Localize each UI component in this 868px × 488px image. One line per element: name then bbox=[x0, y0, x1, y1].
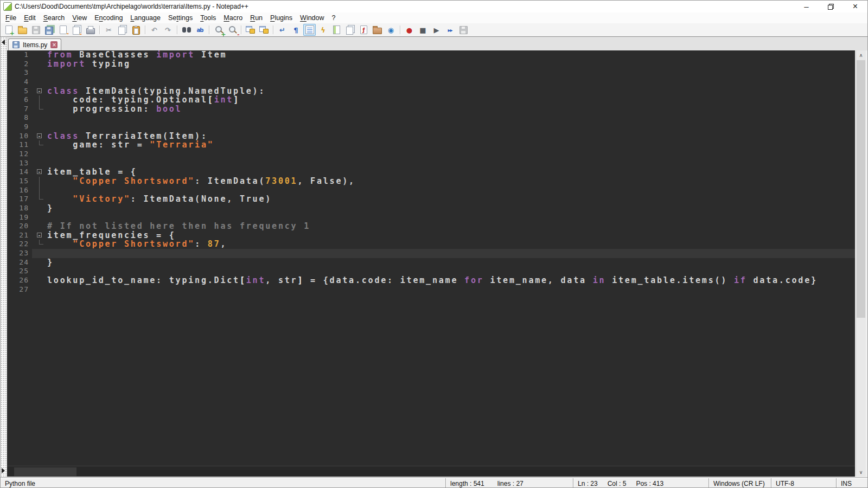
function-list-icon[interactable]: ϟ bbox=[317, 24, 329, 36]
status-line-value: Ln : 23 bbox=[578, 480, 598, 487]
indent-guide-icon[interactable] bbox=[303, 24, 316, 36]
restore-button[interactable] bbox=[819, 1, 843, 12]
close-icon[interactable]: - bbox=[57, 24, 69, 36]
save-all-icon[interactable] bbox=[43, 24, 56, 36]
fold-collapse-icon[interactable]: - bbox=[37, 88, 42, 93]
line-number: 10 bbox=[7, 132, 32, 141]
menu-file[interactable]: File bbox=[2, 13, 20, 23]
menu-tools[interactable]: Tools bbox=[196, 13, 220, 23]
line-number: 22 bbox=[7, 240, 32, 249]
fold-margin bbox=[32, 222, 47, 231]
menu-language[interactable]: Language bbox=[126, 13, 164, 23]
sync-vertical-scroll-icon[interactable] bbox=[244, 24, 257, 36]
code-lines: 1from BaseClasses import Item2import typ… bbox=[7, 50, 855, 294]
code-segment: 87 bbox=[208, 239, 221, 249]
menu-window[interactable]: Window bbox=[296, 13, 328, 23]
menu-settings[interactable]: Settings bbox=[164, 13, 196, 23]
redo-icon[interactable]: ↷ bbox=[162, 24, 174, 36]
project-folder-icon[interactable] bbox=[371, 24, 384, 36]
fold-collapse-icon[interactable]: - bbox=[37, 133, 42, 138]
collapse-left-icon[interactable] bbox=[2, 40, 5, 45]
code-segment: item_frequencies = { bbox=[47, 230, 176, 240]
menu-macro[interactable]: Macro bbox=[220, 13, 246, 23]
record-macro-icon[interactable]: ● bbox=[403, 24, 416, 36]
status-eol-format[interactable]: Windows (CR LF) bbox=[709, 478, 771, 488]
status-insert-mode[interactable]: INS bbox=[836, 478, 867, 488]
fold-collapse-icon[interactable]: - bbox=[37, 169, 42, 174]
left-gripper[interactable] bbox=[1, 36, 7, 477]
open-file-icon[interactable] bbox=[16, 24, 29, 36]
play-macro-icon[interactable]: ▶ bbox=[430, 24, 443, 36]
show-all-chars-icon[interactable]: ¶ bbox=[290, 24, 302, 36]
print-icon[interactable] bbox=[84, 24, 97, 36]
fold-guide-end bbox=[39, 140, 43, 145]
menu-run[interactable]: Run bbox=[246, 13, 266, 23]
close-all-icon[interactable]: - bbox=[71, 24, 83, 36]
monitoring-icon[interactable]: ◉ bbox=[385, 24, 397, 36]
project-folder-icon-glyph bbox=[373, 28, 382, 34]
close-button[interactable]: × bbox=[843, 1, 867, 12]
zoom-out-icon[interactable]: - bbox=[226, 24, 238, 36]
line-number: 13 bbox=[7, 159, 32, 168]
tab-items-py[interactable]: Items.py × bbox=[8, 38, 61, 50]
close-icon-glyph: - bbox=[60, 25, 67, 34]
menu-help[interactable]: ? bbox=[328, 13, 340, 23]
close-icon: × bbox=[853, 2, 858, 11]
minimize-button[interactable]: – bbox=[794, 1, 819, 12]
save-macro-icon[interactable] bbox=[457, 24, 470, 36]
status-encoding[interactable]: UTF-8 bbox=[771, 478, 836, 488]
code-line-11: 11 game: str = "Terraria" bbox=[7, 140, 855, 150]
code-line-8: 8 bbox=[7, 113, 855, 123]
replace-icon[interactable]: ab bbox=[194, 24, 206, 36]
editor[interactable]: 1from BaseClasses import Item2import typ… bbox=[7, 50, 855, 466]
stop-recording-icon[interactable]: ■ bbox=[417, 24, 429, 36]
horizontal-scrollbar-thumb[interactable] bbox=[14, 467, 76, 476]
fold-margin bbox=[32, 258, 47, 267]
document-map-icon[interactable] bbox=[330, 24, 343, 36]
menu-edit[interactable]: Edit bbox=[20, 13, 40, 23]
save-icon[interactable] bbox=[30, 24, 42, 36]
word-wrap-icon[interactable]: ↵ bbox=[276, 24, 289, 36]
horizontal-scrollbar[interactable] bbox=[7, 466, 855, 477]
run-macro-multiple-icon[interactable]: ▸▸ bbox=[444, 24, 456, 36]
code-segment: [ bbox=[240, 275, 246, 285]
find-icon[interactable] bbox=[180, 24, 193, 36]
line-number: 14 bbox=[7, 168, 32, 177]
code-line-23: 23 bbox=[7, 249, 855, 258]
status-caret-position[interactable]: Ln : 23Col : 5Pos : 413 bbox=[573, 478, 709, 488]
vertical-scrollbar[interactable]: ∧ ∨ bbox=[856, 50, 866, 477]
line-number: 19 bbox=[7, 213, 32, 222]
code-line-15: 15 "Copper Shortsword": ItemData(73001, … bbox=[7, 177, 855, 186]
code-segment: class bbox=[47, 131, 79, 141]
menu-view[interactable]: View bbox=[68, 13, 91, 23]
collapse-right-icon[interactable] bbox=[2, 468, 5, 473]
menu-plugins[interactable]: Plugins bbox=[266, 13, 296, 23]
vertical-scrollbar-thumb[interactable] bbox=[857, 60, 865, 318]
fold-margin bbox=[32, 276, 47, 285]
folder-as-workspace-icon[interactable]: ƒ bbox=[358, 24, 370, 36]
show-all-chars-icon-glyph: ¶ bbox=[291, 25, 301, 35]
code-segment: } bbox=[47, 258, 54, 267]
close-all-icon-glyph: - bbox=[73, 27, 80, 35]
code-segment: bool bbox=[156, 104, 182, 114]
scroll-down-button[interactable]: ∨ bbox=[856, 467, 866, 477]
fold-margin: - bbox=[32, 132, 47, 141]
undo-icon[interactable]: ↶ bbox=[148, 24, 161, 36]
code-segment: ItemData(typing.NamedTuple): bbox=[79, 86, 265, 96]
fold-collapse-icon[interactable]: - bbox=[37, 233, 42, 237]
cut-icon[interactable]: ✂ bbox=[103, 24, 115, 36]
code-line-12: 12 bbox=[7, 150, 855, 159]
scroll-up-button[interactable]: ∧ bbox=[856, 50, 866, 60]
tab-close-icon[interactable]: × bbox=[50, 41, 58, 48]
code-segment: , bbox=[220, 239, 227, 249]
document-list-icon-glyph bbox=[346, 27, 353, 35]
sync-horizontal-scroll-icon[interactable] bbox=[258, 24, 270, 36]
new-file-icon[interactable]: + bbox=[3, 24, 15, 36]
copy-icon[interactable] bbox=[116, 24, 129, 36]
code-line-25: 25 bbox=[7, 267, 855, 276]
zoom-in-icon[interactable]: + bbox=[212, 24, 225, 36]
paste-icon[interactable] bbox=[130, 24, 142, 36]
menu-encoding[interactable]: Encoding bbox=[91, 13, 126, 23]
menu-search[interactable]: Search bbox=[40, 13, 69, 23]
document-list-icon[interactable] bbox=[344, 24, 356, 36]
